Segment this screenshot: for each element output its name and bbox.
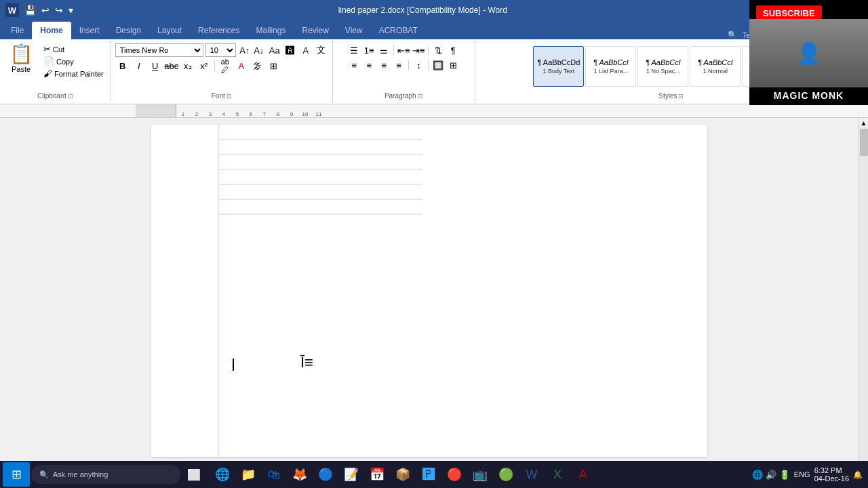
tab-review[interactable]: Review [294, 22, 336, 39]
taskbar-app9-icon[interactable]: 🔴 [442, 462, 467, 487]
taskbar-folder-icon[interactable]: 📁 [236, 462, 260, 487]
paragraph-expand-icon[interactable]: ⊡ [418, 93, 423, 100]
format-painter-button[interactable]: 🖌 Format Painter [41, 68, 106, 79]
increase-font-size-button[interactable]: A↑ [238, 43, 252, 57]
shading-para-button[interactable]: 🔲 [431, 58, 445, 72]
taskbar-tv-icon[interactable]: 📺 [468, 462, 492, 487]
align-center-button[interactable]: ≡ [362, 58, 376, 72]
text-effects-button[interactable]: A [299, 43, 313, 57]
shading-button[interactable]: 🌫 [250, 58, 265, 73]
taskbar-sticky-icon[interactable]: 📝 [339, 462, 363, 487]
phonetic-guide-button[interactable]: 文 [315, 43, 328, 57]
bold-button[interactable]: B [115, 58, 130, 73]
increase-indent-button[interactable]: ⇥≡ [412, 43, 425, 57]
ribbon-content: 📋 Paste ✂ Cut 📄 Copy 🖌 Format Painter [0, 39, 868, 104]
change-case-button[interactable]: Aa [268, 43, 281, 57]
line-spacing-button[interactable]: ↕ [412, 58, 425, 72]
taskbar-photoshop-icon[interactable]: 🅿 [416, 462, 441, 487]
tab-layout[interactable]: Layout [149, 22, 190, 39]
decrease-font-size-button[interactable]: A↓ [252, 43, 266, 57]
taskbar-word-taskbar-icon[interactable]: W [519, 462, 544, 487]
start-button[interactable]: ⊞ [3, 462, 30, 487]
tab-home[interactable]: Home [32, 22, 71, 39]
tab-view[interactable]: View [337, 22, 371, 39]
scroll-track[interactable] [859, 127, 869, 476]
copy-button[interactable]: 📄 Copy [41, 56, 106, 67]
taskbar-firefox-icon[interactable]: 🦊 [288, 462, 312, 487]
cut-button[interactable]: ✂ Cut [41, 43, 106, 55]
style-no-spacing-label: 1 No Spac... [646, 68, 680, 75]
volume-icon[interactable]: 🔊 [766, 470, 776, 480]
taskbar-search[interactable]: 🔍 Ask me anything [31, 465, 180, 484]
font-expand-icon[interactable]: ⊡ [226, 93, 232, 100]
font-group: Times New Ro 10 A↑ A↓ Aa 🅰 A 文 B [111, 41, 333, 102]
subscript-button[interactable]: x₂ [180, 58, 195, 73]
tab-mailings[interactable]: Mailings [248, 22, 294, 39]
style-normal[interactable]: ¶ AaBbCcI 1 Normal [690, 46, 741, 87]
align-left-button[interactable]: ≡ [347, 58, 361, 72]
style-no-spacing[interactable]: ¶ AaBbCcI 1 No Spac... [637, 46, 688, 87]
tab-insert[interactable]: Insert [71, 22, 108, 39]
align-right-button[interactable]: ≡ [377, 58, 391, 72]
tab-design[interactable]: Design [108, 22, 149, 39]
document-page[interactable]: Ī≡ [151, 125, 707, 457]
ruler: 1 2 3 4 5 6 7 8 9 10 11 [0, 104, 868, 118]
font-group-content: Times New Ro 10 A↑ A↓ Aa 🅰 A 文 B [114, 42, 330, 91]
battery-icon[interactable]: 🔋 [779, 470, 790, 480]
taskbar-excel-icon[interactable]: X [545, 462, 570, 487]
multilevel-list-button[interactable]: ⚌ [377, 43, 391, 57]
subscribe-overlay: SUBSCRIBE 👤 MAGIC MONK [749, 0, 868, 105]
underline-button[interactable]: U [148, 58, 163, 73]
taskbar-chrome-icon[interactable]: 🔵 [313, 462, 338, 487]
bullets-button[interactable]: ☰ [347, 43, 361, 57]
task-view-button[interactable]: ⬜ [182, 462, 206, 487]
scroll-up-button[interactable]: ▲ [859, 118, 869, 127]
paragraph-row1: ☰ 1≡ ⚌ ⇤≡ ⇥≡ ⇅ ¶ [347, 43, 460, 57]
scroll-thumb[interactable] [860, 129, 868, 156]
numbering-button[interactable]: 1≡ [362, 43, 376, 57]
taskbar-app7-icon[interactable]: 📦 [391, 462, 415, 487]
taskbar-app11-icon[interactable]: 🟢 [494, 462, 518, 487]
taskbar-store-icon[interactable]: 🛍 [262, 462, 286, 487]
borders-button[interactable]: ⊞ [267, 58, 281, 73]
strikethrough-button[interactable]: abc [164, 58, 179, 73]
taskbar-acrobat-icon[interactable]: A [571, 462, 595, 487]
italic-button[interactable]: I [132, 58, 146, 73]
font-size-select[interactable]: 10 [205, 43, 236, 57]
paragraph-row2: ≡ ≡ ≡ ≡ ↕ 🔲 ⊞ [347, 58, 460, 72]
document-area[interactable]: Ī≡ [0, 118, 859, 485]
notification-icon[interactable]: 🔔 [853, 470, 863, 479]
text-highlight-button[interactable]: ab🖊 [218, 58, 233, 73]
copy-label: Copy [56, 58, 74, 66]
tab-references[interactable]: References [190, 22, 248, 39]
superscript-button[interactable]: x² [197, 58, 212, 73]
clear-formatting-button[interactable]: 🅰 [283, 43, 297, 57]
clipboard-expand-icon[interactable]: ⊡ [68, 93, 73, 100]
style-list-para[interactable]: ¶ AaBbCcI 1 List Para... [585, 46, 636, 87]
redo-button[interactable]: ↪ [54, 3, 64, 17]
network-icon[interactable]: 🌐 [752, 470, 763, 480]
font-color-button[interactable]: A [234, 58, 249, 73]
show-formatting-button[interactable]: ¶ [446, 43, 460, 57]
style-body-text[interactable]: ¶ AaBbCcDd 1 Body Text [533, 46, 584, 87]
decrease-indent-button[interactable]: ⇤≡ [397, 43, 410, 57]
customize-quick-access-button[interactable]: ▾ [67, 3, 75, 17]
tab-file[interactable]: File [3, 22, 32, 39]
vertical-scrollbar[interactable]: ▲ ▼ [859, 118, 868, 485]
justify-button[interactable]: ≡ [392, 58, 406, 72]
paste-button[interactable]: 📋 Paste [4, 43, 38, 75]
sort-button[interactable]: ⇅ [431, 43, 445, 57]
styles-expand-icon[interactable]: ⊡ [678, 93, 684, 100]
page-margin [151, 125, 219, 457]
clipboard-group-label: Clipboard ⊡ [35, 91, 76, 101]
tab-acrobat[interactable]: ACROBAT [371, 22, 426, 39]
font-name-select[interactable]: Times New Ro [115, 43, 203, 57]
taskbar-edge-icon[interactable]: 🌐 [210, 462, 235, 487]
ruler-marks: 1 2 3 4 5 6 7 8 9 10 11 [136, 104, 326, 117]
borders-para-button[interactable]: ⊞ [446, 58, 460, 72]
page-content[interactable]: Ī≡ [219, 125, 707, 457]
save-button[interactable]: 💾 [23, 3, 37, 17]
paste-label: Paste [12, 65, 31, 73]
undo-button[interactable]: ↩ [40, 3, 51, 17]
taskbar-calendar-icon[interactable]: 📅 [365, 462, 389, 487]
